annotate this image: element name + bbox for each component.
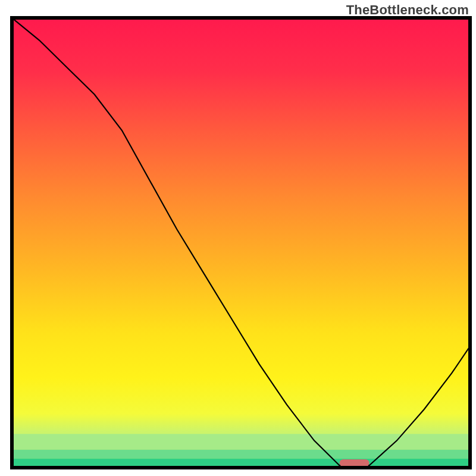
bottom-bands (12, 434, 470, 468)
target-marker (340, 459, 369, 466)
plot-svg (0, 0, 476, 476)
watermark: TheBottleneck.com (346, 2, 469, 18)
chart-container: TheBottleneck.com (0, 0, 476, 476)
gradient-background (12, 18, 470, 468)
svg-rect-2 (12, 450, 470, 459)
